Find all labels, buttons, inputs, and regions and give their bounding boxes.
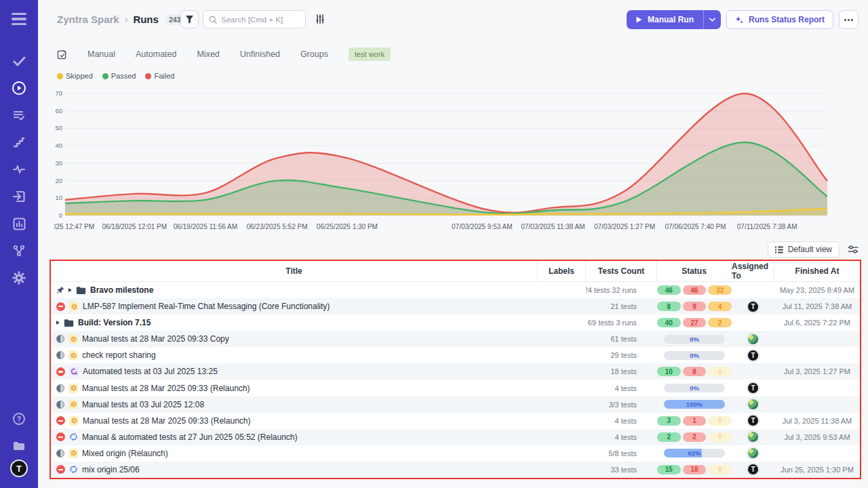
status-cell: 62% (657, 445, 732, 462)
active-filter-badge[interactable]: test work (349, 47, 391, 61)
user-avatar[interactable]: T (10, 460, 28, 477)
labels-cell (538, 331, 586, 347)
table-row[interactable]: Manual & automated tests at 27 Jun 2025 … (51, 429, 860, 445)
column-header-labels[interactable]: Labels (538, 261, 586, 281)
title-cell: mix origin 25/06 (51, 462, 538, 478)
table-row[interactable]: Bravo milestone124 tests 32 runs464632Ma… (51, 282, 860, 298)
table-settings-icon[interactable] (848, 245, 859, 254)
filter-button[interactable] (180, 10, 199, 28)
table-row[interactable]: Manual tests at 28 Mar 2025 09:33 Copy61… (51, 331, 860, 347)
breadcrumb-project[interactable]: Zyntra Spark (57, 14, 119, 25)
tests-count-cell: 4 tests (586, 429, 657, 445)
search-input[interactable] (221, 16, 296, 24)
tests-count-cell: 4 tests (586, 413, 657, 429)
svg-text:10: 10 (55, 194, 62, 201)
help-icon[interactable]: ? (0, 405, 38, 432)
mixed-run-type-icon (69, 432, 78, 441)
tab-unfinished[interactable]: Unfinished (240, 49, 280, 59)
run-title: mix origin 25/06 (82, 465, 140, 474)
display-settings-icon[interactable] (315, 14, 326, 27)
column-header-status[interactable]: Status (657, 261, 732, 281)
manual-run-dropdown-button[interactable] (703, 10, 721, 29)
assigned-to-cell (732, 429, 774, 445)
batch-select-icon[interactable] (57, 49, 67, 60)
skipped-count-badge: 0 (708, 367, 732, 376)
tab-manual[interactable]: Manual (87, 49, 115, 59)
table-row[interactable]: Manual tests at 03 Jul 2025 12:083/3 tes… (51, 396, 860, 413)
play-icon (636, 16, 642, 23)
manual-run-button[interactable]: Manual Run (627, 10, 703, 29)
passed-count-badge: 40 (657, 318, 681, 327)
tests-count-cell: 69 tests 3 runs (586, 314, 657, 331)
legend-dot (145, 73, 151, 79)
menu-icon[interactable] (0, 5, 38, 33)
plans-icon[interactable] (0, 102, 38, 129)
manual-run-type-icon (69, 416, 79, 426)
svg-text:06/19/2025 11:56 AM: 06/19/2025 11:56 AM (174, 223, 237, 230)
table-row[interactable]: Manual tests at 28 Mar 2025 09:33 (Relau… (51, 380, 860, 396)
svg-text:?: ? (17, 415, 21, 423)
more-actions-button[interactable] (839, 10, 859, 29)
status-cell: 464632 (657, 282, 732, 298)
assigned-to-cell (732, 282, 774, 298)
finished-at-cell (774, 347, 860, 363)
skipped-count-badge: 32 (708, 285, 732, 295)
svg-text:70: 70 (55, 89, 62, 97)
manual-run-type-icon (68, 350, 78, 360)
table-row[interactable]: Automated tests at 03 Jul 2025 13:2518 t… (51, 363, 860, 380)
run-title: check report sharing (82, 350, 156, 360)
column-header-finished-at[interactable]: Finished At (774, 261, 860, 281)
defects-icon[interactable] (0, 156, 38, 183)
settings-icon[interactable] (0, 264, 38, 291)
status-cell: 894 (657, 298, 732, 314)
status-cell: 40272 (657, 314, 732, 331)
column-header-tests-count[interactable]: Tests Count (586, 261, 657, 281)
folder-icon (76, 286, 86, 295)
runs-status-report-button[interactable]: Runs Status Report (726, 10, 833, 29)
legend-item-skipped[interactable]: Skipped (57, 72, 93, 80)
run-title: Manual tests at 28 Mar 2025 09:33 (Relau… (82, 384, 250, 393)
table-row[interactable]: LMP-587 Implement Real-Time Chat Messagi… (51, 298, 860, 314)
table-row[interactable]: mix origin 25/0633 tests15180TJun 25, 20… (51, 462, 860, 478)
finished-at-cell: Jul 11, 2025 7:38 AM (774, 298, 860, 314)
analytics-icon[interactable] (0, 210, 38, 237)
labels-cell (538, 298, 586, 314)
tab-automated[interactable]: Automated (136, 49, 176, 59)
table-row[interactable]: Mixed origin (Relaunch)5/8 tests62% (51, 445, 860, 462)
status-cell: 100% (657, 396, 732, 413)
legend-item-failed[interactable]: Failed (145, 72, 174, 80)
milestones-icon[interactable] (0, 129, 38, 156)
status-cell: 310 (657, 413, 732, 429)
projects-icon[interactable] (0, 432, 38, 460)
table-header: TitleLabelsTests CountStatusAssigned ToF… (51, 261, 860, 282)
expand-caret-icon[interactable] (68, 288, 72, 292)
default-view-button[interactable]: Default view (768, 241, 840, 258)
table-row[interactable]: Manual tests at 28 Mar 2025 09:33 (Relau… (51, 413, 860, 429)
title-cell: Mixed origin (Relaunch) (51, 445, 538, 462)
failed-count-badge: 9 (683, 302, 707, 311)
tab-mixed[interactable]: Mixed (197, 49, 219, 59)
tests-icon[interactable] (0, 47, 38, 75)
labels-cell (538, 396, 586, 413)
run-title: Mixed origin (Relaunch) (82, 449, 168, 458)
table-row[interactable]: Build: Version 7.1569 tests 3 runs40272J… (51, 314, 860, 331)
legend-item-passed[interactable]: Passed (102, 72, 136, 80)
assignee-avatar: T (747, 464, 759, 475)
labels-cell (538, 347, 586, 363)
labels-cell (538, 445, 586, 462)
manual-run-type-icon (68, 400, 78, 409)
column-header-title[interactable]: Title (51, 261, 538, 281)
tab-groups[interactable]: Groups (300, 49, 328, 59)
runs-icon[interactable] (0, 75, 38, 102)
passed-count-badge: 2 (657, 432, 681, 442)
svg-text:40: 40 (55, 142, 62, 149)
column-header-assigned-to[interactable]: Assigned To (732, 261, 774, 281)
svg-text:60: 60 (55, 107, 62, 115)
inbox-icon[interactable] (0, 183, 38, 210)
table-row[interactable]: check report sharing29 tests0%T (51, 347, 860, 363)
progress-label: 62% (664, 449, 725, 458)
assigned-to-cell: T (732, 380, 774, 396)
runs-table: TitleLabelsTests CountStatusAssigned ToF… (50, 260, 861, 479)
expand-caret-icon[interactable] (56, 321, 60, 325)
integrations-icon[interactable] (0, 237, 38, 264)
